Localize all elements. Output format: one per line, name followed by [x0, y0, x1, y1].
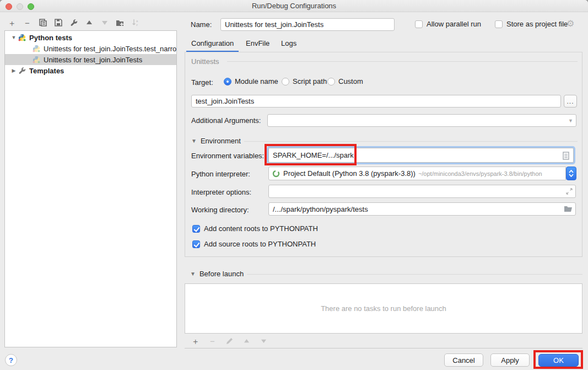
- add-task-button[interactable]: ＋: [190, 336, 201, 346]
- add-source-roots-label: Add source roots to PYTHONPATH: [204, 240, 316, 248]
- remove-configuration-button[interactable]: −: [22, 18, 33, 28]
- gear-icon[interactable]: ⚙: [567, 18, 574, 29]
- chevron-collapsed-icon[interactable]: ▶: [9, 68, 18, 73]
- tree-item-test-narrow[interactable]: Unittests for test_join.JoinTests.test_n…: [5, 43, 176, 54]
- tree-item-label: Templates: [29, 67, 64, 75]
- sort-configurations-button[interactable]: az: [130, 18, 141, 28]
- name-input[interactable]: [220, 18, 395, 31]
- section-divider: [244, 141, 578, 142]
- browse-module-button[interactable]: ...: [564, 95, 577, 108]
- allow-parallel-run-label: Allow parallel run: [427, 20, 481, 28]
- environment-variables-value: SPARK_HOME=/.../spark: [273, 151, 354, 159]
- python-config-icon: [33, 56, 40, 63]
- apply-label: Apply: [501, 356, 519, 364]
- working-directory-label: Working directory:: [191, 206, 249, 214]
- ellipsis-icon: ...: [567, 98, 574, 105]
- section-collapse-icon: ▼: [190, 271, 196, 277]
- move-task-down-button[interactable]: [258, 336, 269, 346]
- plus-icon: ＋: [191, 337, 199, 345]
- expand-field-icon[interactable]: [566, 188, 573, 195]
- minus-icon: −: [210, 337, 215, 345]
- environment-section-label: Environment: [201, 137, 241, 145]
- target-module-name-label: Module name: [235, 77, 278, 85]
- move-down-button[interactable]: [99, 18, 110, 28]
- ok-button[interactable]: OK: [538, 354, 579, 367]
- ok-label: OK: [553, 356, 564, 364]
- python-tests-icon: [18, 34, 26, 41]
- templates-wrench-icon: [18, 67, 26, 74]
- module-name-input[interactable]: [191, 95, 561, 108]
- save-configuration-button[interactable]: [53, 18, 63, 28]
- before-launch-task-list[interactable]: There are no tasks to run before launch: [185, 283, 582, 334]
- copy-configuration-button[interactable]: [37, 18, 48, 28]
- store-as-project-file-checkbox[interactable]: Store as project file: [495, 20, 568, 28]
- python-config-icon: [33, 45, 40, 52]
- environment-variables-input[interactable]: SPARK_HOME=/.../spark: [268, 148, 574, 163]
- unittests-group-label: Unittests: [191, 57, 219, 66]
- edit-task-button[interactable]: [224, 336, 235, 346]
- run-debug-configurations-dialog: Run/Debug Configurations ＋ − az ▼: [0, 0, 588, 370]
- edit-templates-button[interactable]: [68, 18, 79, 28]
- create-folder-button[interactable]: [115, 18, 125, 28]
- target-module-name-radio[interactable]: Module name: [224, 77, 278, 85]
- window-title: Run/Debug Configurations: [0, 2, 588, 10]
- arrow-up-icon: [86, 20, 93, 25]
- chevron-down-icon[interactable]: ▼: [568, 118, 573, 124]
- interpreter-options-input[interactable]: [268, 185, 576, 198]
- working-directory-input[interactable]: [268, 202, 576, 216]
- before-launch-section-header[interactable]: ▼ Before launch: [190, 270, 244, 278]
- remove-task-button[interactable]: −: [207, 336, 218, 346]
- additional-arguments-input[interactable]: [267, 114, 576, 127]
- tab-envfile[interactable]: EnvFile: [246, 39, 269, 47]
- name-label: Name:: [191, 20, 212, 29]
- section-divider: [247, 274, 582, 275]
- target-label: Target:: [191, 78, 213, 87]
- tree-item-jointests[interactable]: Unittests for test_join.JoinTests: [5, 54, 176, 65]
- pencil-icon: [226, 337, 233, 345]
- save-icon: [55, 19, 62, 26]
- interpreter-stepper-button[interactable]: [566, 167, 576, 180]
- arrow-down-icon: [101, 20, 108, 25]
- add-source-roots-checkbox[interactable]: Add source roots to PYTHONPATH: [192, 240, 316, 248]
- move-task-up-button[interactable]: [241, 336, 252, 346]
- environment-section-header[interactable]: ▼ Environment: [191, 137, 241, 145]
- tab-configuration[interactable]: Configuration: [191, 39, 234, 47]
- interpreter-options-label: Interpreter options:: [191, 188, 251, 196]
- help-button[interactable]: ?: [5, 354, 17, 366]
- tree-item-templates[interactable]: ▶ Templates: [5, 65, 176, 76]
- wrench-icon: [70, 19, 78, 26]
- folder-icon[interactable]: [564, 206, 573, 212]
- browse-variables-icon[interactable]: [563, 152, 569, 160]
- chevron-down-icon: [569, 174, 574, 177]
- conda-env-icon: [272, 170, 280, 178]
- sort-az-icon: az: [132, 19, 139, 26]
- target-script-path-radio[interactable]: Script path: [282, 77, 327, 85]
- cancel-button[interactable]: Cancel: [444, 353, 483, 367]
- arrow-up-icon: [244, 339, 250, 344]
- add-content-roots-label: Add content roots to PYTHONPATH: [204, 224, 318, 233]
- python-interpreter-select[interactable]: Project Default (Python 3.8 (pyspark-3.8…: [268, 167, 566, 180]
- new-folder-icon: [116, 19, 124, 26]
- checkbox-checked-icon: [192, 225, 200, 233]
- apply-button[interactable]: Apply: [490, 353, 530, 367]
- question-mark-icon: ?: [9, 356, 13, 364]
- section-collapse-icon: ▼: [191, 138, 197, 144]
- before-launch-toolbar: ＋ −: [185, 334, 582, 348]
- environment-variables-label: Environment variables:: [191, 152, 264, 160]
- configurations-toolbar: ＋ − az: [7, 17, 141, 29]
- tab-logs[interactable]: Logs: [281, 39, 296, 47]
- before-launch-label: Before launch: [199, 270, 244, 278]
- target-custom-radio[interactable]: Custom: [327, 77, 363, 85]
- copy-icon: [39, 19, 47, 26]
- add-content-roots-checkbox[interactable]: Add content roots to PYTHONPATH: [192, 224, 318, 233]
- python-interpreter-value: Project Default (Python 3.8 (pyspark-3.8…: [283, 169, 416, 178]
- tree-item-python-tests[interactable]: ▼ Python tests: [5, 32, 176, 43]
- checkbox-unchecked-icon: [415, 20, 423, 28]
- allow-parallel-run-checkbox[interactable]: Allow parallel run: [415, 20, 481, 28]
- chevron-up-icon: [569, 170, 574, 173]
- python-interpreter-label: Python interpreter:: [191, 170, 250, 178]
- add-configuration-button[interactable]: ＋: [7, 18, 17, 28]
- chevron-expanded-icon[interactable]: ▼: [9, 35, 18, 40]
- svg-text:a: a: [136, 19, 138, 23]
- move-up-button[interactable]: [84, 18, 94, 28]
